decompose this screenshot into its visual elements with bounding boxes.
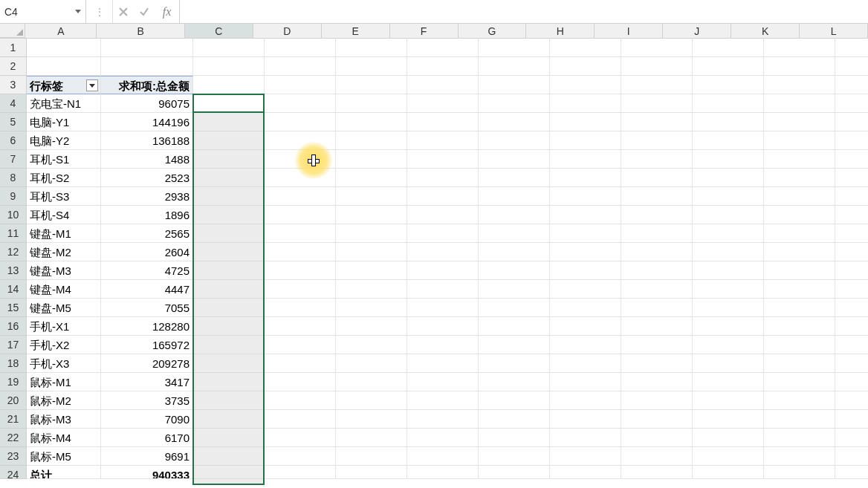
cell-G8[interactable] (479, 169, 550, 187)
cell-E10[interactable] (336, 206, 407, 224)
cell-D4[interactable] (265, 94, 336, 113)
cell-B22[interactable]: 6170 (101, 429, 193, 447)
cell-K4[interactable] (764, 94, 835, 113)
insert-function-button[interactable]: fx (155, 0, 180, 23)
cell-E12[interactable] (336, 243, 407, 261)
cell-J3[interactable] (693, 76, 764, 94)
cell-L2[interactable] (835, 57, 868, 76)
cell-F11[interactable] (407, 224, 479, 243)
row-header-6[interactable]: 6 (0, 131, 27, 150)
cell-H12[interactable] (550, 243, 621, 261)
cell-L17[interactable] (835, 336, 868, 354)
cell-E14[interactable] (336, 280, 407, 299)
cell-F7[interactable] (407, 150, 479, 169)
cell-F23[interactable] (407, 447, 479, 466)
col-header-C[interactable]: C (185, 24, 253, 38)
cell-D22[interactable] (265, 429, 336, 447)
cell-I20[interactable] (621, 391, 693, 410)
cell-G18[interactable] (479, 354, 550, 373)
col-header-E[interactable]: E (322, 24, 390, 38)
cell-A12[interactable]: 键盘-M2 (27, 243, 101, 261)
cell-I15[interactable] (621, 299, 693, 317)
cell-L21[interactable] (835, 410, 868, 429)
cell-G7[interactable] (479, 150, 550, 169)
cell-D21[interactable] (265, 410, 336, 429)
cell-B5[interactable]: 144196 (101, 113, 193, 131)
cell-K8[interactable] (764, 169, 835, 187)
cell-L18[interactable] (835, 354, 868, 373)
cell-K1[interactable] (764, 39, 835, 57)
cell-K13[interactable] (764, 261, 835, 280)
cell-E2[interactable] (336, 57, 407, 76)
select-all-corner[interactable] (0, 24, 25, 38)
cell-H7[interactable] (550, 150, 621, 169)
cell-K10[interactable] (764, 206, 835, 224)
cell-F5[interactable] (407, 113, 479, 131)
cell-H6[interactable] (550, 131, 621, 150)
cell-E16[interactable] (336, 317, 407, 336)
cell-I2[interactable] (621, 57, 693, 76)
cell-D24[interactable] (265, 466, 336, 479)
cell-E17[interactable] (336, 336, 407, 354)
cell-B19[interactable]: 3417 (101, 373, 193, 391)
cell-B15[interactable]: 7055 (101, 299, 193, 317)
cell-A11[interactable]: 键盘-M1 (27, 224, 101, 243)
cell-G13[interactable] (479, 261, 550, 280)
cell-K11[interactable] (764, 224, 835, 243)
cell-A9[interactable]: 耳机-S3 (27, 187, 101, 206)
cell-L20[interactable] (835, 391, 868, 410)
cell-E6[interactable] (336, 131, 407, 150)
cell-C4[interactable] (193, 94, 265, 113)
cell-H14[interactable] (550, 280, 621, 299)
cell-J11[interactable] (693, 224, 764, 243)
row-header-20[interactable]: 20 (0, 391, 27, 410)
cell-I18[interactable] (621, 354, 693, 373)
cell-B23[interactable]: 9691 (101, 447, 193, 466)
cell-D12[interactable] (265, 243, 336, 261)
cell-A13[interactable]: 键盘-M3 (27, 261, 101, 280)
cell-E8[interactable] (336, 169, 407, 187)
cell-C8[interactable] (193, 169, 265, 187)
cell-C11[interactable] (193, 224, 265, 243)
cell-A17[interactable]: 手机-X2 (27, 336, 101, 354)
cell-J9[interactable] (693, 187, 764, 206)
cell-K15[interactable] (764, 299, 835, 317)
cell-B9[interactable]: 2938 (101, 187, 193, 206)
cell-I4[interactable] (621, 94, 693, 113)
cell-D8[interactable] (265, 169, 336, 187)
cell-A22[interactable]: 鼠标-M4 (27, 429, 101, 447)
row-header-22[interactable]: 22 (0, 429, 27, 447)
row-header-11[interactable]: 11 (0, 224, 27, 243)
cell-H3[interactable] (550, 76, 621, 94)
cell-H2[interactable] (550, 57, 621, 76)
cell-K19[interactable] (764, 373, 835, 391)
cell-A5[interactable]: 电脑-Y1 (27, 113, 101, 131)
cell-F10[interactable] (407, 206, 479, 224)
cell-L10[interactable] (835, 206, 868, 224)
cell-J1[interactable] (693, 39, 764, 57)
cell-J23[interactable] (693, 447, 764, 466)
cell-D2[interactable] (265, 57, 336, 76)
cell-C23[interactable] (193, 447, 265, 466)
row-header-18[interactable]: 18 (0, 354, 27, 373)
cell-G16[interactable] (479, 317, 550, 336)
cell-H11[interactable] (550, 224, 621, 243)
cell-H24[interactable] (550, 466, 621, 479)
name-box[interactable]: C4 (0, 0, 86, 23)
cell-H10[interactable] (550, 206, 621, 224)
cell-G2[interactable] (479, 57, 550, 76)
cell-G20[interactable] (479, 391, 550, 410)
cell-F14[interactable] (407, 280, 479, 299)
name-box-dropdown-icon[interactable] (75, 10, 81, 13)
cell-C12[interactable] (193, 243, 265, 261)
cell-G5[interactable] (479, 113, 550, 131)
cell-H15[interactable] (550, 299, 621, 317)
row-header-3[interactable]: 3 (0, 76, 27, 94)
cell-G9[interactable] (479, 187, 550, 206)
cell-A1[interactable] (27, 39, 101, 57)
cell-A20[interactable]: 鼠标-M2 (27, 391, 101, 410)
cell-C19[interactable] (193, 373, 265, 391)
cell-E15[interactable] (336, 299, 407, 317)
cell-K23[interactable] (764, 447, 835, 466)
cell-I19[interactable] (621, 373, 693, 391)
